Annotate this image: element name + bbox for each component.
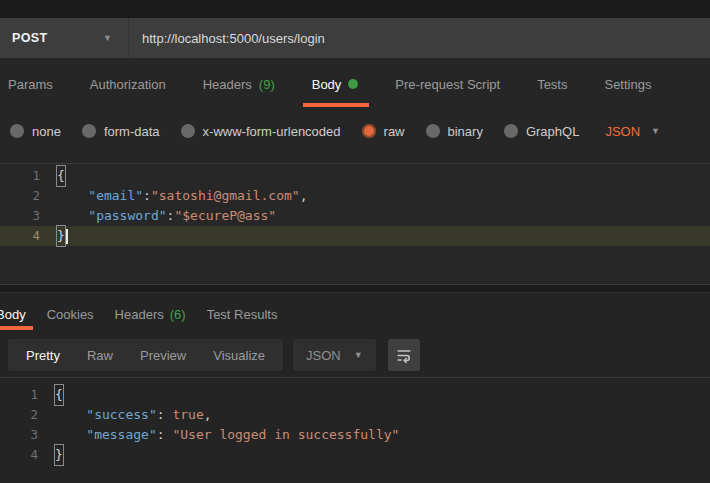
tab-label: Body [0, 307, 26, 322]
body-mode-raw[interactable]: raw [362, 124, 405, 139]
line-number: 4 [0, 226, 40, 246]
line-number: 2 [0, 186, 40, 206]
tab-label: Pre-request Script [395, 77, 500, 92]
line-number: 3 [0, 206, 40, 226]
body-mode-form-data[interactable]: form-data [82, 124, 160, 139]
tab-label: Tests [537, 77, 567, 92]
method-label: POST [12, 31, 48, 45]
body-present-dot-icon [348, 79, 358, 89]
request-body-editor[interactable]: 1{2 "email":"satoshi@gmail.com",3 "passw… [0, 163, 710, 284]
line-number: 1 [0, 385, 38, 405]
chevron-down-icon: ▼ [651, 127, 660, 136]
radio-icon [426, 124, 440, 138]
request-tab-tests[interactable]: Tests [537, 58, 567, 110]
request-tab-body[interactable]: Body [312, 58, 359, 110]
response-code-line-2[interactable]: 2 "success": true, [0, 405, 710, 425]
tab-label: Cookies [47, 307, 94, 322]
wrap-text-icon [395, 346, 413, 364]
request-tab-bar: ParamsAuthorizationHeaders(9)BodyPre-req… [0, 58, 710, 110]
tab-label: Params [8, 77, 53, 92]
radio-selected-icon [362, 124, 376, 138]
tab-label: Authorization [90, 77, 166, 92]
response-code-line-4[interactable]: 4} [0, 445, 710, 465]
tab-count-badge: (9) [259, 77, 275, 92]
response-view-visualize[interactable]: Visualize [213, 348, 265, 363]
body-mode-x-www-form-urlencoded[interactable]: x-www-form-urlencoded [181, 124, 341, 139]
raw-language-dropdown[interactable]: JSON ▼ [605, 124, 660, 139]
wrap-text-button[interactable] [388, 339, 420, 371]
request-tab-settings[interactable]: Settings [604, 58, 651, 110]
request-tab-authorization[interactable]: Authorization [90, 58, 166, 110]
response-tab-bar: BodyCookiesHeaders(6)Test Results [0, 293, 710, 335]
body-mode-binary[interactable]: binary [426, 124, 483, 139]
request-code-line-3[interactable]: 3 "password":"$ecureP@ass" [0, 206, 710, 226]
response-view-preview[interactable]: Preview [140, 348, 186, 363]
response-panel: BodyCookiesHeaders(6)Test Results Pretty… [0, 293, 710, 481]
response-tab-body[interactable]: Body [0, 293, 26, 335]
request-tab-headers[interactable]: Headers(9) [203, 58, 275, 110]
request-tab-params[interactable]: Params [8, 58, 53, 110]
code-text: "message": "User logged in successfully" [55, 425, 399, 445]
body-mode-graphql[interactable]: GraphQL [504, 124, 579, 139]
radio-icon [181, 124, 195, 138]
url-input[interactable]: http://localhost:5000/users/login [129, 18, 710, 58]
raw-language-label: JSON [605, 124, 640, 139]
code-text: { [57, 166, 65, 186]
body-mode-none[interactable]: none [10, 124, 61, 139]
response-toolbar: PrettyRawPreviewVisualize JSON ▼ [0, 335, 710, 375]
body-mode-label: binary [448, 124, 483, 139]
body-mode-bar: noneform-datax-www-form-urlencodedrawbin… [0, 110, 710, 152]
response-tab-test-results[interactable]: Test Results [207, 293, 278, 335]
request-tab-pre-request-script[interactable]: Pre-request Script [395, 58, 500, 110]
response-code-line-1[interactable]: 1{ [0, 385, 710, 405]
code-text: } [57, 226, 68, 246]
line-number: 2 [0, 405, 38, 425]
spacer [0, 152, 710, 163]
line-number: 4 [0, 445, 38, 465]
body-mode-label: none [32, 124, 61, 139]
response-language-dropdown[interactable]: JSON ▼ [293, 339, 376, 371]
tab-label: Body [312, 77, 342, 92]
body-mode-label: raw [384, 124, 405, 139]
tab-label: Headers [203, 77, 252, 92]
postman-app-window: POST ▼ http://localhost:5000/users/login… [0, 0, 710, 483]
body-mode-label: GraphQL [526, 124, 579, 139]
radio-icon [10, 124, 24, 138]
chevron-down-icon: ▼ [354, 351, 363, 360]
body-mode-label: x-www-form-urlencoded [203, 124, 341, 139]
line-number: 1 [0, 166, 40, 186]
radio-icon [504, 124, 518, 138]
method-selector[interactable]: POST ▼ [0, 18, 128, 58]
code-text: "email":"satoshi@gmail.com", [57, 186, 307, 206]
radio-icon [82, 124, 96, 138]
code-text: } [55, 445, 63, 465]
response-code-line-3[interactable]: 3 "message": "User logged in successfull… [0, 425, 710, 445]
tab-label: Headers [115, 307, 164, 322]
panel-resize-divider[interactable] [0, 284, 710, 293]
response-language-label: JSON [306, 348, 341, 363]
request-url-bar: POST ▼ http://localhost:5000/users/login [0, 18, 710, 58]
body-mode-options: noneform-datax-www-form-urlencodedrawbin… [10, 124, 579, 139]
chevron-down-icon: ▼ [103, 34, 112, 43]
response-view-raw[interactable]: Raw [87, 348, 113, 363]
window-chrome-strip [0, 0, 710, 18]
request-code-line-2[interactable]: 2 "email":"satoshi@gmail.com", [0, 186, 710, 206]
code-text: { [55, 385, 63, 405]
request-code-line-4[interactable]: 4} [0, 226, 710, 246]
tab-label: Settings [604, 77, 651, 92]
code-text: "password":"$ecureP@ass" [57, 206, 276, 226]
response-view-pretty[interactable]: Pretty [26, 348, 60, 363]
body-mode-label: form-data [104, 124, 160, 139]
tab-label: Test Results [207, 307, 278, 322]
response-view-switcher: PrettyRawPreviewVisualize [8, 339, 283, 371]
response-body-editor[interactable]: 1{2 "success": true,3 "message": "User l… [0, 377, 710, 465]
response-tab-cookies[interactable]: Cookies [47, 293, 94, 335]
text-cursor [66, 229, 68, 244]
tab-count-badge: (6) [170, 307, 186, 322]
code-text: "success": true, [55, 405, 212, 425]
line-number: 3 [0, 425, 38, 445]
request-code-line-1[interactable]: 1{ [0, 166, 710, 186]
response-tab-headers[interactable]: Headers(6) [115, 293, 186, 335]
url-text: http://localhost:5000/users/login [142, 31, 325, 46]
